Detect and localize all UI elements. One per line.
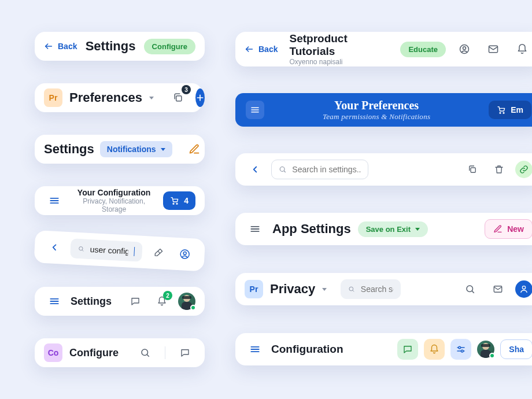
chevron-down-icon[interactable] [322, 288, 327, 291]
tutorials-title: Setproduct Tutorials [289, 32, 384, 58]
chevron-down-icon [415, 228, 420, 231]
configuration-subtitle: Privacy, Notification, Storage [72, 197, 156, 213]
svg-line-29 [284, 171, 286, 173]
svg-point-34 [349, 287, 353, 291]
cart-button[interactable]: 4 [163, 191, 195, 210]
copy-icon[interactable] [462, 159, 483, 180]
cart-button[interactable]: Em [489, 101, 531, 119]
menu-button[interactable] [44, 190, 65, 211]
educate-pill[interactable]: Educate [400, 42, 446, 57]
erase-button[interactable] [147, 242, 169, 264]
header-privacy: Pr Privacy [235, 273, 532, 305]
cart-label: Em [511, 105, 523, 114]
back-label: Back [258, 45, 278, 54]
chat-icon[interactable] [175, 342, 195, 363]
chat-icon[interactable] [125, 291, 146, 312]
header-search [235, 153, 532, 186]
chevron-down-icon[interactable] [149, 97, 154, 99]
mail-icon[interactable] [483, 39, 504, 60]
header-settings-avatar: Settings 2 [35, 287, 205, 316]
header-app-settings: App Settings Save on Exit New [235, 213, 532, 245]
search-input[interactable] [90, 245, 128, 256]
svg-point-13 [183, 252, 186, 254]
chat-button[interactable] [397, 339, 418, 360]
menu-button[interactable] [245, 219, 265, 239]
configure-pill[interactable]: Configure [144, 39, 195, 54]
header-simple-back: Back Settings Configure [35, 32, 205, 61]
svg-line-10 [82, 250, 83, 251]
co-badge: Co [44, 343, 62, 362]
bell-button[interactable] [424, 339, 445, 360]
chip-label: Save on Exit [366, 225, 411, 234]
cart-count: 4 [184, 196, 189, 205]
add-button[interactable] [195, 88, 205, 107]
search-input[interactable] [361, 285, 393, 294]
svg-rect-30 [471, 168, 475, 172]
header-preferences: Pr Preferences 3 [35, 83, 202, 112]
trash-icon[interactable] [489, 159, 509, 180]
copy-button[interactable]: 3 [168, 87, 189, 108]
link-icon[interactable] [515, 161, 532, 178]
avatar-placeholder[interactable] [515, 280, 532, 298]
svg-point-44 [459, 346, 461, 349]
share-button[interactable]: Sha [500, 339, 532, 359]
svg-point-28 [280, 167, 285, 172]
svg-rect-1 [176, 96, 182, 101]
svg-point-26 [500, 112, 501, 113]
svg-line-11 [158, 251, 160, 253]
count-badge: 3 [182, 85, 191, 94]
back-link[interactable]: Back [44, 42, 77, 51]
avatar[interactable] [477, 341, 494, 358]
save-on-exit-chip[interactable]: Save on Exit [358, 221, 428, 237]
edit-button[interactable] [184, 139, 205, 160]
chevron-left-icon[interactable] [43, 237, 65, 258]
menu-button[interactable] [245, 339, 265, 360]
user-circle-icon[interactable] [454, 39, 475, 60]
privacy-title: Privacy [270, 282, 315, 297]
svg-line-18 [147, 354, 149, 356]
svg-point-36 [467, 286, 473, 292]
search-input[interactable] [292, 165, 361, 174]
chevron-down-icon [161, 148, 165, 151]
back-link[interactable]: Back [245, 45, 278, 54]
text-cursor [134, 247, 135, 256]
page-title: Settings [86, 39, 136, 54]
menu-button[interactable] [44, 291, 65, 312]
svg-point-8 [176, 203, 178, 204]
search-input-wrapper [70, 238, 143, 261]
search-icon[interactable] [460, 279, 481, 300]
notification-count: 2 [163, 291, 172, 300]
menu-button[interactable] [246, 101, 264, 119]
user-circle-icon[interactable] [174, 243, 196, 265]
settings-title: Settings [44, 142, 94, 157]
pr-badge: Pr [245, 280, 263, 298]
svg-point-27 [503, 112, 504, 113]
svg-point-39 [522, 286, 525, 289]
banner-preferences: Your Preferences Team permissions & Noti… [235, 93, 532, 127]
svg-point-21 [463, 47, 466, 50]
bell-icon[interactable]: 2 [152, 291, 172, 312]
settings-title: Settings [71, 295, 112, 308]
preferences-title: Preferences [69, 90, 142, 105]
app-settings-title: App Settings [272, 221, 351, 237]
avatar[interactable] [178, 293, 195, 310]
search-icon[interactable] [135, 342, 156, 363]
svg-point-9 [79, 246, 83, 250]
header-your-configuration: Your Configuration Privacy, Notification… [35, 186, 205, 215]
pr-badge: Pr [44, 88, 62, 107]
mail-icon[interactable] [487, 279, 508, 300]
svg-point-12 [180, 250, 190, 259]
chevron-left-icon[interactable] [245, 159, 265, 180]
header-tutorials: Back Setproduct Tutorials Oxyenno napisa… [235, 32, 532, 66]
svg-point-17 [142, 349, 148, 356]
banner-subtitle: Team permissions & Notifications [272, 112, 481, 121]
divider [165, 346, 165, 359]
configuration-title: Your Configuration [72, 188, 156, 197]
new-button[interactable]: New [485, 219, 532, 239]
header-configuration: Configuration Sha [235, 333, 532, 365]
bell-icon[interactable] [512, 39, 532, 60]
sliders-button[interactable] [450, 339, 471, 360]
search-input-wrapper [271, 160, 368, 179]
header-configure: Co Configure [35, 338, 205, 367]
notifications-chip[interactable]: Notifications [100, 141, 172, 157]
